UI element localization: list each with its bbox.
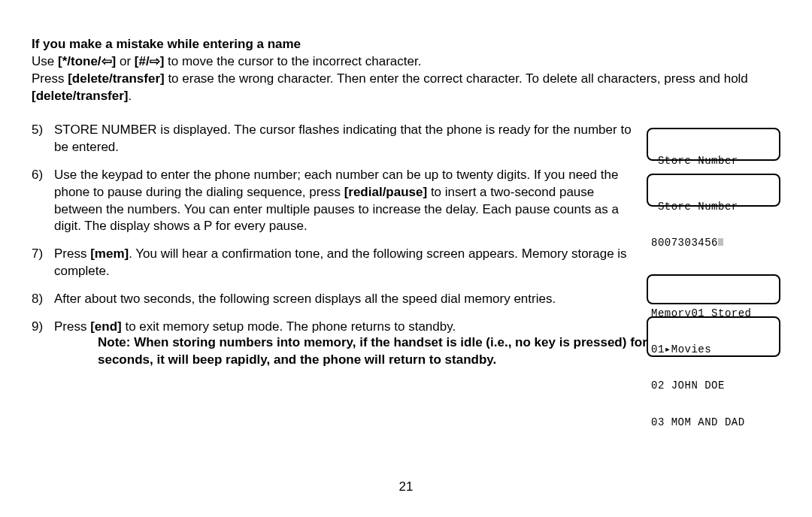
step-9: 9) Press [end] to exit memory setup mode… [32,319,641,336]
text: . You will hear a confirmation tone, and… [54,246,627,278]
lcd-screen-memory-stored: Memory01 Stored [647,274,780,304]
lcd-line: Store Number [651,155,776,167]
text: . [128,89,132,103]
step-6: 6) Use the keypad to enter the phone num… [32,167,641,236]
lcd-line: 8007303456 [651,237,776,249]
step-8: 8) After about two seconds, the followin… [32,291,641,308]
text: to move the cursor to the incorrect char… [164,54,421,68]
key-delete-transfer: [delete/transfer] [68,71,164,86]
arrow-right-icon [150,54,160,68]
key-redial-pause: [redial/pause] [344,185,428,199]
key-mem: [mem] [90,246,129,261]
page-number: 21 [0,479,812,496]
arrow-left-icon [102,54,112,68]
text: Use [32,54,58,68]
step-text: After about two seconds, the following s… [54,291,641,308]
text: Press [32,71,68,86]
lcd-screen-store-number: Store Number 8007303456 [647,174,780,207]
step-index: 8) [32,291,54,308]
lcd-line: 03 MOM AND DAD [651,416,776,428]
step-index: 6) [32,167,54,184]
lcd-line: Store Number [651,201,776,213]
mistake-line-1: Use [*/tone/] or [#/] to move the cursor… [32,53,780,71]
text: Press [54,319,90,334]
text: to exit memory setup mode. The phone ret… [122,319,456,334]
step-text: Press [end] to exit memory setup mode. T… [54,319,641,336]
text: to erase the wrong character. Then enter… [165,71,748,86]
step-text: Use the keypad to enter the phone number… [54,167,641,236]
step-5: 5) STORE NUMBER is displayed. The cursor… [32,122,641,156]
text: [#/ [135,54,150,68]
step-7: 7) Press [mem]. You will hear a confirma… [32,246,641,280]
key-delete-transfer-2: [delete/transfer] [32,89,128,103]
step-text: Press [mem]. You will hear a confirmatio… [54,246,641,280]
text: 01 [651,343,665,355]
step-index: 5) [32,122,54,139]
text: 8007303456 [651,237,718,249]
cursor-icon [718,238,723,246]
selector-icon [665,343,671,355]
lcd-screen-memory-list: 01Movies 02 JOHN DOE 03 MOM AND DAD [647,316,780,357]
lcd-screen-store-empty: Store Number [647,128,780,161]
text: [*/tone/ [58,54,102,68]
text: or [116,54,135,68]
mistake-title: If you make a mistake while entering a n… [32,36,780,53]
lcd-line: 02 JOHN DOE [651,379,776,392]
step-text: STORE NUMBER is displayed. The cursor fl… [54,122,641,156]
key-end: [end] [90,319,122,334]
mistake-section: If you make a mistake while entering a n… [32,36,780,105]
text: Press [54,246,90,261]
text: Movies [671,343,711,355]
mistake-line-2: Press [delete/transfer] to erase the wro… [32,71,780,105]
manual-page: If you make a mistake while entering a n… [0,0,812,517]
key-tone-left: [*/tone/] [58,54,116,68]
key-hash-right: [#/] [135,54,165,68]
step-index: 7) [32,246,54,263]
step-index: 9) [32,319,54,336]
lcd-line: 01Movies [651,343,776,355]
steps-list: 5) STORE NUMBER is displayed. The cursor… [32,122,641,336]
